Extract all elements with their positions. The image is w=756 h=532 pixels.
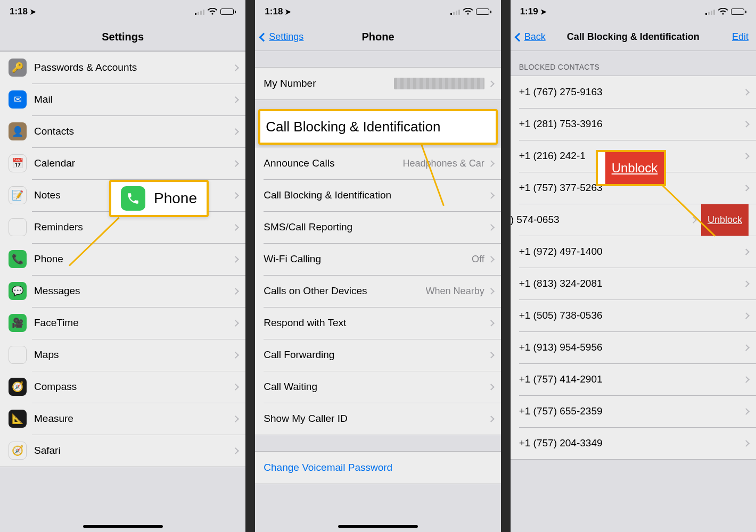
row-label: +1 (813) 324-2081 (519, 278, 744, 289)
row-forward[interactable]: Call Forwarding (255, 339, 500, 371)
chevron-left-icon (259, 32, 268, 41)
row-label: ) 574-0653 (511, 214, 691, 226)
row-blocked-contact[interactable]: +1 (505) 738-0536 (511, 300, 756, 331)
phone-icon: 📞 (9, 250, 27, 268)
chevron-right-icon (232, 192, 239, 199)
chevron-right-icon (488, 352, 495, 359)
row-other[interactable]: Calls on Other DevicesWhen Nearby (255, 275, 500, 307)
callout-phone: Phone (109, 180, 209, 217)
callout-unblock-label: Unblock (605, 152, 664, 184)
chevron-right-icon (743, 280, 750, 287)
edit-button[interactable]: Edit (732, 23, 749, 51)
row-label: +1 (757) 204-3349 (519, 437, 744, 449)
row-blocked-contact[interactable]: +1 (813) 324-2081 (511, 268, 756, 300)
callout-blocking-label: Call Blocking & Identification (266, 119, 440, 135)
row-blocked-contact[interactable]: +1 (757) 414-2901 (511, 363, 756, 395)
chevron-right-icon (488, 224, 495, 231)
chevron-right-icon (488, 288, 495, 295)
row-facetime[interactable]: 🎥FaceTime (0, 307, 245, 339)
row-label: Respond with Text (264, 317, 488, 329)
wifi-icon (718, 7, 728, 16)
row-label: Call Forwarding (264, 349, 488, 361)
row-label: Maps (34, 349, 233, 361)
page-title: Settings (102, 31, 144, 43)
status-bar: 1:18 ➤ (255, 0, 500, 23)
row-blocked-contact[interactable]: ) 574-0653Unblock (511, 204, 756, 236)
row-mail[interactable]: ✉︎Mail (0, 84, 245, 115)
home-indicator[interactable] (338, 525, 418, 528)
chevron-right-icon (232, 320, 239, 327)
row-smsrep[interactable]: SMS/Call Reporting (255, 211, 500, 243)
edit-label: Edit (732, 31, 749, 43)
row-change-voicemail-password[interactable]: Change Voicemail Password (255, 452, 500, 484)
row-blocked-contact[interactable]: +1 (767) 275-9163 (511, 76, 756, 108)
row-blocked-contact[interactable]: +1 (757) 204-3349 (511, 427, 756, 459)
row-blocked-contact[interactable]: +1 (972) 497-1400 (511, 236, 756, 268)
row-label: Change Voicemail Password (264, 462, 493, 473)
chevron-right-icon (232, 415, 239, 422)
row-messages[interactable]: 💬Messages (0, 275, 245, 307)
settings-panel: 1:18 ➤ Settings 🔑Passwords & Accounts✉︎M… (0, 0, 245, 532)
row-label: Compass (34, 381, 233, 393)
row-passwords[interactable]: 🔑Passwords & Accounts (0, 52, 245, 84)
chevron-right-icon (232, 256, 239, 263)
signal-icon (195, 9, 204, 15)
phone-settings-list: Announce CallsHeadphones & CarCall Block… (255, 147, 500, 435)
chevron-right-icon (743, 312, 750, 319)
row-value: Headphones & Car (403, 158, 484, 169)
row-label: +1 (757) 414-2901 (519, 373, 744, 385)
row-label: FaceTime (34, 317, 233, 329)
home-indicator[interactable] (83, 525, 163, 528)
row-phone[interactable]: 📞Phone (0, 243, 245, 275)
row-respond[interactable]: Respond with Text (255, 307, 500, 339)
chevron-right-icon (232, 352, 239, 359)
row-waiting[interactable]: Call Waiting (255, 371, 500, 403)
row-compass[interactable]: 🧭Compass (0, 371, 245, 403)
row-blocking[interactable]: Call Blocking & Identification (255, 179, 500, 211)
row-label: +1 (757) 655-2359 (519, 405, 744, 417)
row-blocked-contact[interactable]: +1 (281) 753-3916 (511, 108, 756, 140)
safari-icon: 🧭 (9, 442, 27, 460)
row-callerid[interactable]: Show My Caller ID (255, 403, 500, 435)
row-label: +1 (913) 954-5956 (519, 342, 744, 353)
back-button[interactable]: Back (516, 23, 546, 51)
row-label: Contacts (34, 126, 233, 137)
back-button[interactable]: Settings (260, 23, 303, 51)
battery-icon (476, 9, 491, 15)
battery-icon (220, 9, 236, 15)
row-announce[interactable]: Announce CallsHeadphones & Car (255, 147, 500, 179)
page-title: Call Blocking & Identification (567, 31, 700, 43)
location-icon: ➤ (540, 7, 547, 16)
phone-icon (121, 186, 145, 211)
row-label: Show My Caller ID (264, 413, 488, 425)
status-bar: 1:18 ➤ (0, 0, 245, 23)
row-maps[interactable]: 🗺︎Maps (0, 339, 245, 371)
row-blocked-contact[interactable]: +1 (913) 954-5956 (511, 331, 756, 363)
row-label: Call Blocking & Identification (264, 189, 488, 201)
nav-header: Settings (0, 23, 245, 51)
status-time: 1:18 (265, 6, 283, 17)
row-calendar[interactable]: 📅Calendar (0, 147, 245, 179)
redacted-value (394, 78, 484, 89)
chevron-right-icon (232, 128, 239, 135)
chevron-right-icon (232, 224, 239, 231)
row-my-number[interactable]: My Number (255, 68, 500, 99)
chevron-right-icon (743, 185, 750, 192)
row-blocked-contact[interactable]: +1 (757) 655-2359 (511, 395, 756, 427)
row-measure[interactable]: 📐Measure (0, 403, 245, 435)
row-label: SMS/Call Reporting (264, 221, 488, 233)
nav-header: Settings Phone (255, 23, 500, 51)
notes-icon: 📝 (9, 186, 27, 204)
row-contacts[interactable]: 👤Contacts (0, 115, 245, 147)
row-safari[interactable]: 🧭Safari (0, 435, 245, 467)
wifi-icon (208, 7, 217, 16)
callout-blocking: Call Blocking & Identification (258, 109, 497, 145)
row-label: Announce Calls (264, 157, 402, 169)
chevron-right-icon (232, 384, 239, 390)
row-label: My Number (264, 78, 393, 89)
facetime-icon: 🎥 (9, 314, 27, 332)
row-wifi[interactable]: Wi-Fi CallingOff (255, 243, 500, 275)
row-label: Calendar (34, 157, 233, 169)
measure-icon: 📐 (9, 410, 27, 428)
chevron-left-icon (514, 32, 523, 41)
